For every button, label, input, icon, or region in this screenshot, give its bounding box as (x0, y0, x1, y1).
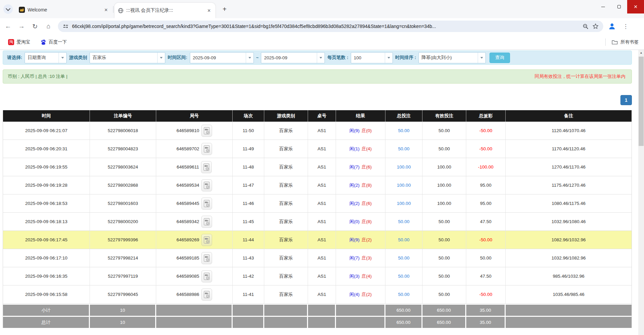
close-button[interactable]: ✕ (627, 0, 644, 13)
column-header: 总派彩 (466, 110, 506, 122)
total-bet-link[interactable]: 100.00 (397, 164, 411, 170)
column-header: 备注 (506, 110, 632, 122)
cell-bet-id: 522798001603 (90, 194, 156, 213)
tab-search-button[interactable] (3, 4, 13, 14)
video-replay-button[interactable] (201, 143, 212, 155)
player-result: 闲(0) (349, 219, 360, 225)
column-header: 游戏类别 (264, 110, 308, 122)
video-replay-button[interactable] (201, 216, 212, 228)
cell-result: 闲(2)庄(6) (336, 194, 385, 213)
total-bet-link[interactable]: 50.00 (398, 146, 410, 151)
footer-cell (156, 304, 233, 316)
tab-close-icon[interactable]: ✕ (206, 7, 212, 13)
video-replay-button[interactable] (201, 197, 212, 210)
total-bet-link[interactable]: 50.00 (398, 274, 410, 279)
video-replay-button[interactable] (201, 252, 212, 264)
cell-total-bet: 100.00 (385, 176, 422, 194)
cell-total-bet: 50.00 (385, 285, 422, 304)
page-scrollbar[interactable]: ▲ (638, 50, 644, 335)
cell-total-bet: 50.00 (385, 267, 422, 285)
player-result: 闲(9) (349, 128, 360, 134)
zoom-icon[interactable] (583, 24, 588, 29)
total-bet-link[interactable]: 50.00 (398, 255, 410, 261)
cell-remark: 1035.46/985.46 (506, 285, 632, 304)
banker-result: 庄(3) (362, 255, 372, 261)
bookmark-label: 百度一下 (49, 39, 67, 45)
cell-session: 11-47 (233, 176, 264, 194)
cell-total-bet: 100.00 (385, 158, 422, 176)
total-bet-link[interactable]: 50.00 (398, 219, 410, 224)
total-bet-link[interactable]: 50.00 (398, 292, 410, 297)
footer-cell (264, 304, 308, 316)
folder-icon (612, 39, 618, 45)
game-type-select[interactable]: 百家乐 (90, 52, 165, 63)
cell-valid-bet: 50.00 (422, 213, 466, 231)
cell-remark: 1080.46/1175.46 (506, 194, 632, 213)
footer-cell (308, 316, 336, 328)
date-to-select[interactable]: 2025-09-09 (261, 52, 325, 63)
scrollbar-thumb[interactable] (639, 57, 644, 146)
new-tab-button[interactable]: + (220, 5, 229, 13)
bookmark-star-icon[interactable] (592, 23, 599, 29)
cell-payout: 95.00 (466, 194, 506, 213)
video-replay-button[interactable] (201, 234, 212, 246)
date-from-select[interactable]: 2025-09-09 (190, 52, 254, 63)
player-result: 闲(2) (349, 182, 360, 188)
cell-table-no: AS1 (308, 267, 336, 285)
bookmark-baidu[interactable]: 百度一下 (38, 38, 69, 47)
cell-round: 646588986 (156, 285, 233, 304)
select-caret-icon (246, 53, 253, 63)
video-replay-button[interactable] (201, 270, 212, 282)
cell-payout: 47.50 (466, 267, 506, 285)
minimize-button[interactable] (595, 0, 611, 13)
tilde-separator: ~ (256, 55, 259, 60)
bookmark-taobao[interactable]: 淘 爱淘宝 (6, 38, 32, 47)
total-bet-link[interactable]: 100.00 (397, 201, 411, 206)
footer-cell: 35.00 (466, 316, 506, 328)
total-bet-link[interactable]: 50.00 (398, 128, 410, 133)
home-button[interactable]: ⌂ (43, 21, 54, 32)
round-number: 646589810 (176, 128, 199, 133)
footer-cell: 小计 (3, 304, 90, 316)
tab-betrecord[interactable]: :::视讯 会员下注纪录::: ✕ (114, 3, 215, 18)
back-button[interactable]: ← (3, 21, 13, 32)
query-button[interactable]: 查询 (489, 53, 510, 63)
banker-result: 庄(8) (362, 219, 372, 225)
page-1-button[interactable]: 1 (620, 95, 632, 105)
url-text[interactable]: 66cxkj98.com/ipl/portal.php/game/betreco… (72, 24, 579, 29)
browser-menu-icon[interactable]: ⋮ (620, 23, 631, 30)
cell-game-type: 百家乐 (264, 122, 308, 140)
total-bet-link[interactable]: 100.00 (397, 183, 411, 188)
scroll-up-icon[interactable]: ▲ (638, 50, 644, 56)
banker-result: 庄(0) (362, 128, 372, 134)
video-replay-button[interactable] (201, 161, 212, 173)
tab-close-icon[interactable]: ✕ (103, 7, 109, 13)
tab-welcome[interactable]: Welcome ✕ (15, 3, 112, 17)
profile-avatar-icon[interactable] (608, 22, 616, 30)
cell-round: 646589810 (156, 122, 233, 140)
video-replay-button[interactable] (201, 125, 212, 137)
page-size-select[interactable]: 100 (351, 52, 393, 63)
cell-bet-id: 522797997119 (90, 267, 156, 285)
sort-select[interactable]: 降幂(由大到小) (418, 52, 486, 63)
all-bookmarks-button[interactable]: 所有书签 (605, 38, 644, 46)
select-caret-icon (59, 53, 66, 63)
maximize-button[interactable] (611, 0, 627, 13)
cell-game-type: 百家乐 (264, 158, 308, 176)
total-bet-link[interactable]: 50.00 (398, 237, 410, 242)
address-bar[interactable]: 66cxkj98.com/ipl/portal.php/game/betreco… (58, 21, 603, 32)
cell-payout: 47.50 (466, 213, 506, 231)
site-settings-icon[interactable] (63, 23, 69, 29)
refresh-button[interactable]: ↻ (30, 21, 40, 32)
column-header: 桌号 (308, 110, 336, 122)
video-replay-button[interactable] (201, 288, 212, 301)
query-type-select[interactable]: 日期查询 (25, 52, 67, 63)
video-replay-button[interactable] (201, 179, 212, 191)
cell-game-type: 百家乐 (264, 213, 308, 231)
forward-button[interactable]: → (16, 21, 27, 32)
footer-cell (233, 316, 264, 328)
cell-remark: 1032.96/1082.96 (506, 249, 632, 267)
cell-bet-id: 522797996045 (90, 285, 156, 304)
cell-total-bet: 50.00 (385, 140, 422, 158)
cell-game-type: 百家乐 (264, 194, 308, 213)
